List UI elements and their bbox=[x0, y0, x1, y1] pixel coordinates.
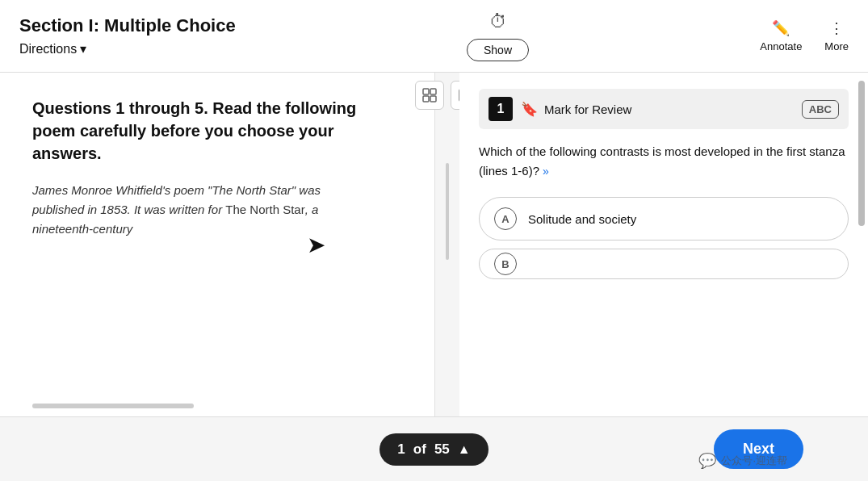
watermark: 💬 公众号·迎连帮 bbox=[698, 452, 787, 470]
watermark-text: 公众号·迎连帮 bbox=[721, 454, 787, 468]
header-left: Section I: Multiple Choice Directions ▾ bbox=[19, 15, 236, 56]
header-right: ✏️ Annotate ⋮ More bbox=[760, 19, 849, 52]
right-vertical-scrollbar[interactable] bbox=[858, 81, 865, 226]
left-horizontal-scrollbar[interactable] bbox=[32, 404, 194, 408]
directions-button[interactable]: Directions ▾ bbox=[19, 41, 236, 56]
of-label: of bbox=[413, 441, 426, 458]
mark-for-review-label: Mark for Review bbox=[544, 102, 631, 116]
annotate-button[interactable]: ✏️ Annotate bbox=[760, 19, 802, 52]
page-current: 1 bbox=[397, 441, 405, 458]
wechat-icon: 💬 bbox=[698, 452, 716, 470]
more-button[interactable]: ⋮ More bbox=[824, 19, 849, 52]
answer-option-a[interactable]: A Solitude and society bbox=[479, 197, 849, 240]
more-label: More bbox=[824, 40, 849, 52]
poem-intro: James Monroe Whitfield's poem "The North… bbox=[32, 181, 371, 239]
question-text: Which of the following contrasts is most… bbox=[479, 142, 849, 181]
question-number-badge: 1 bbox=[489, 97, 513, 121]
mark-for-review-button[interactable]: 🔖 Mark for Review bbox=[521, 101, 802, 118]
svg-rect-0 bbox=[423, 89, 429, 94]
answer-option-b[interactable]: B bbox=[479, 249, 849, 279]
question-header: 1 🔖 Mark for Review ABC bbox=[479, 89, 849, 129]
chevron-down-icon: ▾ bbox=[80, 41, 86, 56]
page-total: 55 bbox=[434, 441, 450, 458]
option-letter-b: B bbox=[494, 253, 517, 275]
svg-rect-3 bbox=[430, 96, 436, 102]
question-text-content: Which of the following contrasts is most… bbox=[479, 144, 845, 178]
annotate-label: Annotate bbox=[760, 40, 802, 52]
vertical-drag-bar[interactable] bbox=[446, 163, 449, 260]
option-text-a: Solitude and society bbox=[528, 212, 636, 226]
show-button[interactable]: Show bbox=[467, 39, 529, 61]
chevron-up-icon: ▲ bbox=[458, 442, 471, 457]
section-title: Section I: Multiple Choice bbox=[19, 15, 236, 36]
abc-button[interactable]: ABC bbox=[802, 100, 839, 119]
bookmark-icon: 🔖 bbox=[521, 101, 538, 118]
svg-rect-1 bbox=[430, 89, 436, 94]
main-content: Questions 1 through 5. Read the followin… bbox=[0, 73, 868, 416]
double-arrow-icon: » bbox=[539, 165, 549, 178]
option-letter-a: A bbox=[494, 207, 517, 230]
header: Section I: Multiple Choice Directions ▾ … bbox=[0, 0, 868, 73]
header-center: ⏱ Show bbox=[467, 11, 529, 61]
resize-handle-left[interactable] bbox=[415, 81, 444, 110]
timer-icon: ⏱ bbox=[489, 11, 507, 32]
annotate-icon: ✏️ bbox=[772, 19, 790, 37]
svg-rect-2 bbox=[423, 96, 429, 102]
left-panel-inner: Questions 1 through 5. Read the followin… bbox=[32, 97, 371, 239]
left-panel: Questions 1 through 5. Read the followin… bbox=[0, 73, 435, 416]
panel-divider bbox=[435, 73, 459, 416]
page-counter[interactable]: 1 of 55 ▲ bbox=[379, 433, 488, 466]
right-panel: 1 🔖 Mark for Review ABC Which of the fol… bbox=[459, 73, 868, 416]
poem-title: The North Star bbox=[225, 203, 304, 216]
questions-header: Questions 1 through 5. Read the followin… bbox=[32, 97, 371, 165]
more-icon: ⋮ bbox=[829, 19, 844, 37]
directions-label: Directions bbox=[19, 42, 77, 56]
footer: 1 of 55 ▲ Next 💬 公众号·迎连帮 bbox=[0, 416, 868, 481]
